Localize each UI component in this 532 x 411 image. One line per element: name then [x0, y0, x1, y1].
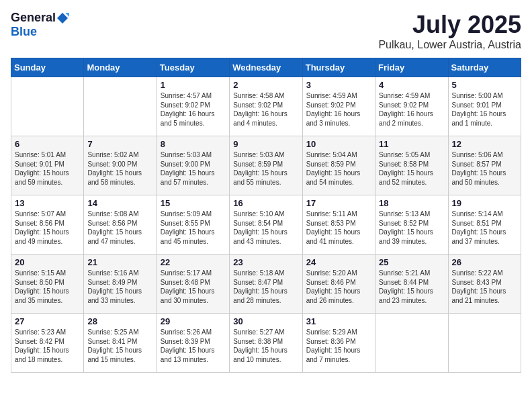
calendar-header-cell: Monday: [84, 58, 157, 77]
logo: General Blue: [11, 11, 69, 39]
calendar-cell: 9Sunrise: 5:03 AM Sunset: 8:59 PM Daylig…: [230, 136, 302, 195]
day-info: Sunrise: 5:18 AM Sunset: 8:47 PM Dayligh…: [233, 269, 298, 305]
day-number: 27: [15, 316, 80, 326]
day-number: 22: [161, 257, 226, 267]
calendar-cell: 18Sunrise: 5:13 AM Sunset: 8:52 PM Dayli…: [375, 195, 448, 255]
calendar-cell: 21Sunrise: 5:16 AM Sunset: 8:49 PM Dayli…: [84, 255, 157, 314]
day-number: 25: [379, 257, 444, 267]
calendar-cell: 6Sunrise: 5:01 AM Sunset: 9:01 PM Daylig…: [11, 136, 84, 195]
calendar-cell: 19Sunrise: 5:14 AM Sunset: 8:51 PM Dayli…: [448, 195, 521, 255]
day-number: 13: [15, 198, 80, 208]
calendar-cell: 26Sunrise: 5:22 AM Sunset: 8:43 PM Dayli…: [448, 255, 521, 314]
day-info: Sunrise: 5:09 AM Sunset: 8:55 PM Dayligh…: [161, 210, 226, 246]
calendar-cell: [11, 77, 84, 136]
calendar-header-cell: Sunday: [11, 58, 84, 77]
day-info: Sunrise: 5:07 AM Sunset: 8:56 PM Dayligh…: [15, 210, 80, 246]
calendar-cell: 12Sunrise: 5:06 AM Sunset: 8:57 PM Dayli…: [448, 136, 521, 195]
calendar-week-row: 1Sunrise: 4:57 AM Sunset: 9:02 PM Daylig…: [11, 77, 521, 136]
day-info: Sunrise: 5:02 AM Sunset: 9:00 PM Dayligh…: [87, 150, 152, 187]
day-number: 19: [452, 198, 517, 208]
logo-blue-text: Blue: [11, 25, 37, 39]
logo-general-text: General: [11, 11, 56, 25]
calendar-header-cell: Tuesday: [157, 58, 229, 77]
day-number: 21: [87, 257, 152, 267]
calendar-cell: 23Sunrise: 5:18 AM Sunset: 8:47 PM Dayli…: [230, 255, 302, 314]
day-number: 26: [452, 257, 517, 267]
day-info: Sunrise: 5:03 AM Sunset: 9:00 PM Dayligh…: [161, 150, 226, 187]
day-info: Sunrise: 5:05 AM Sunset: 8:58 PM Dayligh…: [379, 150, 444, 187]
calendar-cell: [375, 314, 448, 373]
day-number: 4: [379, 80, 444, 90]
calendar-cell: [84, 77, 157, 136]
calendar-cell: 14Sunrise: 5:08 AM Sunset: 8:56 PM Dayli…: [84, 195, 157, 255]
day-number: 31: [306, 316, 371, 326]
day-info: Sunrise: 5:25 AM Sunset: 8:41 PM Dayligh…: [87, 328, 152, 364]
day-number: 14: [87, 198, 152, 208]
calendar-cell: 27Sunrise: 5:23 AM Sunset: 8:42 PM Dayli…: [11, 314, 84, 373]
day-info: Sunrise: 5:10 AM Sunset: 8:54 PM Dayligh…: [233, 210, 298, 246]
day-number: 1: [161, 80, 226, 90]
calendar-cell: 3Sunrise: 4:59 AM Sunset: 9:02 PM Daylig…: [302, 77, 375, 136]
day-info: Sunrise: 5:06 AM Sunset: 8:57 PM Dayligh…: [452, 150, 517, 187]
day-number: 9: [233, 139, 298, 149]
calendar-header-cell: Saturday: [448, 58, 521, 77]
day-number: 23: [233, 257, 298, 267]
calendar-header-cell: Friday: [375, 58, 448, 77]
day-number: 29: [161, 316, 226, 326]
calendar-week-row: 6Sunrise: 5:01 AM Sunset: 9:01 PM Daylig…: [11, 136, 521, 195]
day-info: Sunrise: 4:58 AM Sunset: 9:02 PM Dayligh…: [233, 91, 298, 128]
calendar-cell: 1Sunrise: 4:57 AM Sunset: 9:02 PM Daylig…: [157, 77, 229, 136]
calendar-cell: 30Sunrise: 5:27 AM Sunset: 8:38 PM Dayli…: [230, 314, 302, 373]
day-number: 12: [452, 139, 517, 149]
day-number: 28: [87, 316, 152, 326]
title-area: July 2025 Pulkau, Lower Austria, Austria: [378, 11, 521, 51]
calendar: SundayMondayTuesdayWednesdayThursdayFrid…: [11, 58, 521, 373]
day-number: 6: [15, 139, 80, 149]
day-number: 15: [161, 198, 226, 208]
calendar-cell: 16Sunrise: 5:10 AM Sunset: 8:54 PM Dayli…: [230, 195, 302, 255]
day-info: Sunrise: 5:14 AM Sunset: 8:51 PM Dayligh…: [452, 210, 517, 246]
day-info: Sunrise: 5:17 AM Sunset: 8:48 PM Dayligh…: [161, 269, 226, 305]
day-number: 24: [306, 257, 371, 267]
calendar-cell: 22Sunrise: 5:17 AM Sunset: 8:48 PM Dayli…: [157, 255, 229, 314]
day-number: 11: [379, 139, 444, 149]
day-number: 10: [306, 139, 371, 149]
calendar-week-row: 20Sunrise: 5:15 AM Sunset: 8:50 PM Dayli…: [11, 255, 521, 314]
svg-marker-0: [57, 13, 68, 24]
day-info: Sunrise: 4:59 AM Sunset: 9:02 PM Dayligh…: [306, 91, 371, 128]
day-number: 7: [87, 139, 152, 149]
calendar-cell: 8Sunrise: 5:03 AM Sunset: 9:00 PM Daylig…: [157, 136, 229, 195]
calendar-cell: 29Sunrise: 5:26 AM Sunset: 8:39 PM Dayli…: [157, 314, 229, 373]
calendar-header-cell: Wednesday: [230, 58, 302, 77]
calendar-header-row: SundayMondayTuesdayWednesdayThursdayFrid…: [11, 58, 521, 77]
calendar-cell: 13Sunrise: 5:07 AM Sunset: 8:56 PM Dayli…: [11, 195, 84, 255]
calendar-body: 1Sunrise: 4:57 AM Sunset: 9:02 PM Daylig…: [11, 77, 521, 373]
calendar-cell: 5Sunrise: 5:00 AM Sunset: 9:01 PM Daylig…: [448, 77, 521, 136]
location-title: Pulkau, Lower Austria, Austria: [378, 39, 521, 51]
day-info: Sunrise: 5:13 AM Sunset: 8:52 PM Dayligh…: [379, 210, 444, 246]
day-info: Sunrise: 5:03 AM Sunset: 8:59 PM Dayligh…: [233, 150, 298, 187]
calendar-cell: 20Sunrise: 5:15 AM Sunset: 8:50 PM Dayli…: [11, 255, 84, 314]
day-number: 2: [233, 80, 298, 90]
calendar-cell: 31Sunrise: 5:29 AM Sunset: 8:36 PM Dayli…: [302, 314, 375, 373]
calendar-cell: 24Sunrise: 5:20 AM Sunset: 8:46 PM Dayli…: [302, 255, 375, 314]
day-info: Sunrise: 5:08 AM Sunset: 8:56 PM Dayligh…: [87, 210, 152, 246]
day-info: Sunrise: 4:57 AM Sunset: 9:02 PM Dayligh…: [161, 91, 226, 128]
calendar-cell: 17Sunrise: 5:11 AM Sunset: 8:53 PM Dayli…: [302, 195, 375, 255]
day-info: Sunrise: 5:21 AM Sunset: 8:44 PM Dayligh…: [379, 269, 444, 305]
day-info: Sunrise: 5:00 AM Sunset: 9:01 PM Dayligh…: [452, 91, 517, 128]
day-info: Sunrise: 5:27 AM Sunset: 8:38 PM Dayligh…: [233, 328, 298, 364]
calendar-cell: 10Sunrise: 5:04 AM Sunset: 8:59 PM Dayli…: [302, 136, 375, 195]
day-number: 17: [306, 198, 371, 208]
day-number: 8: [161, 139, 226, 149]
calendar-cell: 25Sunrise: 5:21 AM Sunset: 8:44 PM Dayli…: [375, 255, 448, 314]
calendar-cell: 11Sunrise: 5:05 AM Sunset: 8:58 PM Dayli…: [375, 136, 448, 195]
day-info: Sunrise: 5:26 AM Sunset: 8:39 PM Dayligh…: [161, 328, 226, 364]
calendar-cell: [448, 314, 521, 373]
day-number: 18: [379, 198, 444, 208]
day-info: Sunrise: 4:59 AM Sunset: 9:02 PM Dayligh…: [379, 91, 444, 128]
day-number: 20: [15, 257, 80, 267]
day-info: Sunrise: 5:16 AM Sunset: 8:49 PM Dayligh…: [87, 269, 152, 305]
day-info: Sunrise: 5:04 AM Sunset: 8:59 PM Dayligh…: [306, 150, 371, 187]
calendar-cell: 2Sunrise: 4:58 AM Sunset: 9:02 PM Daylig…: [230, 77, 302, 136]
